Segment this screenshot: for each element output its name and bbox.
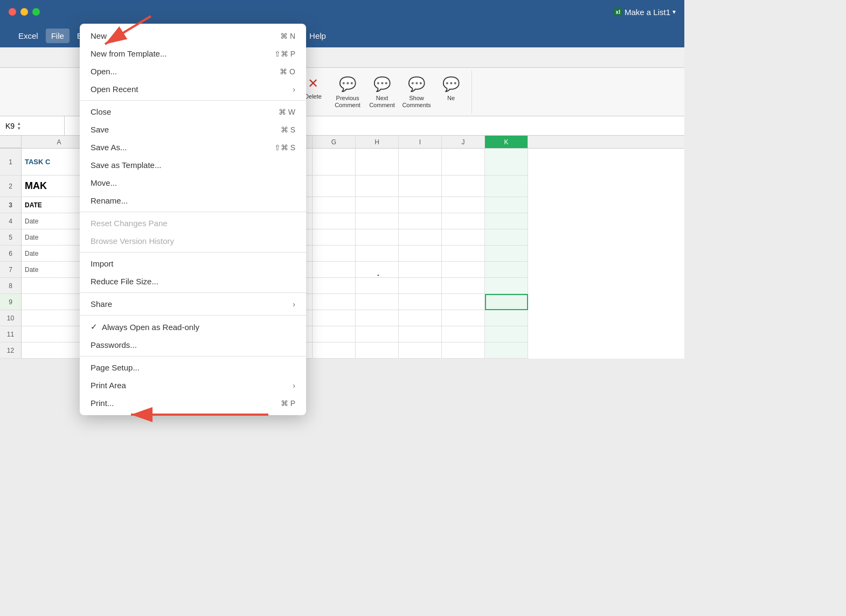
cell-k10[interactable] (485, 310, 528, 326)
cell-i8[interactable] (399, 278, 442, 294)
menu-item-import[interactable]: Import (80, 255, 306, 272)
cell-j3[interactable] (442, 197, 485, 213)
cell-h8[interactable] (356, 278, 399, 294)
menu-item-share[interactable]: Share › (80, 295, 306, 313)
cell-h10[interactable] (356, 310, 399, 326)
row-num-3[interactable]: 3 (0, 197, 21, 213)
cell-h2[interactable] (356, 176, 399, 197)
col-header-j[interactable]: J (442, 136, 485, 148)
menu-item-save-as[interactable]: Save As... ⇧⌘ S (80, 138, 306, 156)
cell-i11[interactable] (399, 326, 442, 342)
cell-h7[interactable]: ▪ (356, 262, 399, 278)
menu-item-page-setup[interactable]: Page Setup... (80, 359, 306, 376)
cell-k11[interactable] (485, 326, 528, 342)
cell-g6[interactable] (313, 246, 356, 262)
cell-j9[interactable] (442, 294, 485, 310)
col-header-h[interactable]: H (356, 136, 399, 148)
col-header-k[interactable]: K (485, 136, 528, 148)
cell-j8[interactable] (442, 278, 485, 294)
col-header-i[interactable]: I (399, 136, 442, 148)
cell-i12[interactable] (399, 342, 442, 359)
cell-g11[interactable] (313, 326, 356, 342)
menu-item-print-area[interactable]: Print Area › (80, 376, 306, 394)
col-header-g[interactable]: G (313, 136, 356, 148)
cell-g5[interactable] (313, 229, 356, 246)
menu-item-new-template[interactable]: New from Template... ⇧⌘ P (80, 45, 306, 62)
cell-reference[interactable]: K9 ▲ ▼ (0, 116, 65, 135)
cell-j10[interactable] (442, 310, 485, 326)
cell-i2[interactable] (399, 176, 442, 197)
row-num-10[interactable]: 10 (0, 310, 21, 326)
row-num-5[interactable]: 5 (0, 229, 21, 246)
cell-h1[interactable] (356, 149, 399, 176)
cell-g1[interactable] (313, 149, 356, 176)
cell-i1[interactable] (399, 149, 442, 176)
cell-k9[interactable] (485, 294, 528, 310)
cell-i6[interactable] (399, 246, 442, 262)
menu-item-passwords[interactable]: Passwords... (80, 336, 306, 354)
row-num-2[interactable]: 2 (0, 176, 21, 197)
cell-h6[interactable] (356, 246, 399, 262)
previous-comment-button[interactable]: 💬 PreviousComment (331, 74, 364, 111)
cell-g3[interactable] (313, 197, 356, 213)
menu-item-reduce-size[interactable]: Reduce File Size... (80, 272, 306, 290)
menu-help[interactable]: Help (304, 29, 331, 43)
menu-item-save-template[interactable]: Save as Template... (80, 156, 306, 174)
menu-item-open[interactable]: Open... ⌘ O (80, 62, 306, 80)
cell-g12[interactable] (313, 342, 356, 359)
chevron-down-icon[interactable]: ▾ (672, 8, 676, 16)
menu-item-save[interactable]: Save ⌘ S (80, 121, 306, 138)
cell-g4[interactable] (313, 213, 356, 229)
menu-file[interactable]: File (46, 29, 70, 43)
cell-i3[interactable] (399, 197, 442, 213)
row-num-4[interactable]: 4 (0, 213, 21, 229)
cell-g7[interactable] (313, 262, 356, 278)
cell-h9[interactable] (356, 294, 399, 310)
cell-g10[interactable] (313, 310, 356, 326)
cell-k5[interactable] (485, 229, 528, 246)
maximize-button[interactable] (32, 8, 40, 16)
cell-k4[interactable] (485, 213, 528, 229)
cell-k7[interactable] (485, 262, 528, 278)
minimize-button[interactable] (20, 8, 28, 16)
row-num-9[interactable]: 9 (0, 294, 21, 310)
next-comment-button[interactable]: 💬 NextComment (366, 74, 398, 111)
cell-k6[interactable] (485, 246, 528, 262)
cell-h11[interactable] (356, 326, 399, 342)
cell-k3[interactable] (485, 197, 528, 213)
row-num-11[interactable]: 11 (0, 326, 21, 342)
cell-g9[interactable] (313, 294, 356, 310)
menu-item-print[interactable]: Print... ⌘ P (80, 394, 306, 412)
menu-item-move[interactable]: Move... (80, 174, 306, 192)
cell-j7[interactable] (442, 262, 485, 278)
row-num-8[interactable]: 8 (0, 278, 21, 294)
cell-j5[interactable] (442, 229, 485, 246)
cell-i4[interactable] (399, 213, 442, 229)
cell-j4[interactable] (442, 213, 485, 229)
menu-excel[interactable]: Excel (13, 29, 44, 43)
cell-k2[interactable] (485, 176, 528, 197)
cell-h3[interactable] (356, 197, 399, 213)
row-num-6[interactable]: 6 (0, 246, 21, 262)
menu-item-new[interactable]: New ⌘ N (80, 27, 306, 45)
menu-item-close[interactable]: Close ⌘ W (80, 103, 306, 121)
cell-j2[interactable] (442, 176, 485, 197)
next-button[interactable]: 💬 Ne (435, 74, 467, 104)
menu-item-rename[interactable]: Rename... (80, 192, 306, 209)
cell-g8[interactable] (313, 278, 356, 294)
cell-g2[interactable] (313, 176, 356, 197)
cell-j11[interactable] (442, 326, 485, 342)
cell-k8[interactable] (485, 278, 528, 294)
cell-i7[interactable] (399, 262, 442, 278)
row-num-12[interactable]: 12 (0, 342, 21, 359)
row-num-7[interactable]: 7 (0, 262, 21, 278)
cell-h4[interactable] (356, 213, 399, 229)
cell-k12[interactable] (485, 342, 528, 359)
cell-j1[interactable] (442, 149, 485, 176)
cell-j12[interactable] (442, 342, 485, 359)
close-button[interactable] (9, 8, 16, 16)
menu-item-always-readonly[interactable]: ✓ Always Open as Read-only (80, 318, 306, 336)
cell-i10[interactable] (399, 310, 442, 326)
cell-h12[interactable] (356, 342, 399, 359)
cell-i5[interactable] (399, 229, 442, 246)
